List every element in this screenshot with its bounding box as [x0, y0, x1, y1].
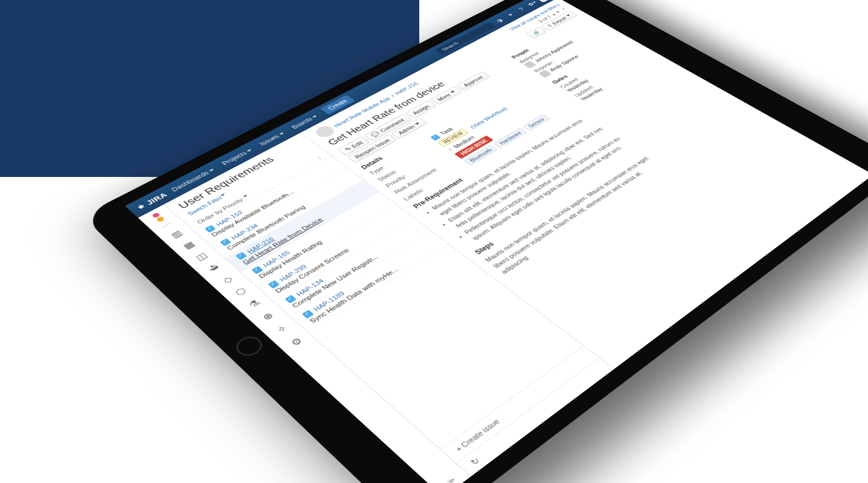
project-sidebar: ⋯ ▥ ▦ ◫ ⛴ ◇ ⬡ ⚗ ⊕ ✧ ⚙ ≫ — [138, 204, 471, 483]
issue-list: HAP-153 Display Available Bluetooth... H… — [195, 156, 583, 449]
sidebar-tests-icon[interactable]: ⚗ — [238, 293, 269, 315]
refresh-icon[interactable]: ↻ — [456, 358, 614, 476]
pager-expand-icon[interactable]: ⤢ — [559, 7, 567, 11]
app-screen: JIRA Dashboards Projects Issues Boards C… — [125, 0, 868, 483]
chevron-down-icon — [242, 193, 251, 200]
sidebar-issues-icon[interactable]: ◇ — [212, 269, 242, 290]
task-icon — [204, 225, 216, 233]
sidebar-settings-icon[interactable]: ⚙ — [280, 330, 312, 353]
scene: JIRA Dashboards Projects Issues Boards C… — [0, 0, 868, 483]
sort-desc-icon[interactable]: ↓ — [315, 155, 322, 160]
pager-prev[interactable]: ▴ — [550, 12, 557, 16]
issue-detail: Heart Rate Mobile App / HAP-216 Get Hear… — [301, 0, 868, 369]
task-icon — [268, 280, 280, 289]
sidebar-collapse[interactable]: ≫ — [442, 473, 461, 483]
issue-item[interactable]: HAP-165 Display Health Rating — [241, 193, 396, 287]
sidebar-people-icon[interactable]: ✧ — [266, 318, 297, 341]
tablet-frame: JIRA Dashboards Projects Issues Boards C… — [82, 0, 868, 483]
pager-next[interactable]: ▾ — [554, 10, 561, 14]
